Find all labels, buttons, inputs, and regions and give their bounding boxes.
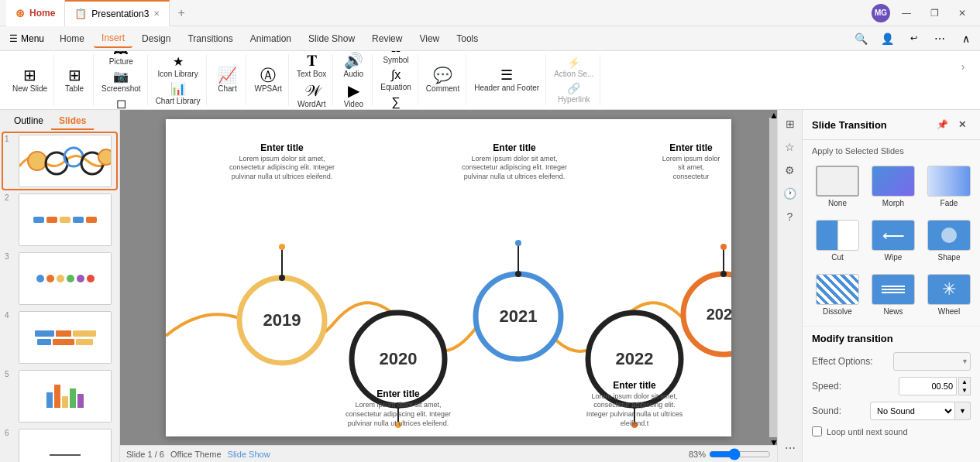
menu-insert[interactable]: Insert xyxy=(94,29,132,48)
transition-news[interactable]: News xyxy=(868,270,919,320)
maximize-btn[interactable]: ❐ xyxy=(923,3,946,23)
sound-dropdown-btn[interactable]: ▼ xyxy=(955,402,971,420)
side-tool-question[interactable]: ? xyxy=(779,206,801,228)
panel-title: Slide Transition xyxy=(812,119,887,131)
hamburger-menu[interactable]: ☰ Menu xyxy=(3,30,50,47)
more-options-btn[interactable]: ⋯ xyxy=(929,28,951,50)
slide-thumb-3[interactable]: 3 xyxy=(3,251,116,306)
home-tab-label: Home xyxy=(29,8,55,19)
icon-library-btn[interactable]: ★ Icon Library xyxy=(154,54,201,80)
pin-panel-btn[interactable]: 📌 xyxy=(934,116,951,133)
latex-btn[interactable]: ∑ LaTeX xyxy=(380,94,411,110)
media-group: 🔊 Audio ▶ Video xyxy=(335,54,373,106)
transition-morph[interactable]: Morph xyxy=(868,162,919,211)
library-group: ★ Icon Library 📊 Chart Library xyxy=(150,54,208,106)
menu-view[interactable]: View xyxy=(411,30,447,47)
vertical-scrollbar[interactable]: ▲ ▼ xyxy=(769,110,777,445)
action-se-btn[interactable]: ⚡ Action Se... xyxy=(551,56,597,80)
speed-down-btn[interactable]: ▼ xyxy=(959,386,970,395)
symbol-btn[interactable]: Ω Symbol xyxy=(380,51,411,66)
slides-tab[interactable]: Slides xyxy=(51,113,94,130)
slide-thumb-6[interactable]: 6 xyxy=(3,427,116,462)
transition-fade[interactable]: Fade xyxy=(923,162,975,211)
text-box-btn[interactable]: 𝐓 Text Box xyxy=(294,51,329,80)
speed-input[interactable]: 00.50 xyxy=(899,377,957,395)
svg-point-23 xyxy=(720,244,727,250)
chart-library-btn[interactable]: 📊 Chart Library xyxy=(153,81,204,107)
slide-thumb-4[interactable]: 4 xyxy=(3,310,116,365)
outline-tab[interactable]: Outline xyxy=(6,113,51,130)
loop-row: Loop until next sound xyxy=(812,426,971,436)
transition-none[interactable]: None xyxy=(812,162,863,211)
slide-show-label[interactable]: Slide Show xyxy=(228,450,270,459)
wps-icon: ⊛ xyxy=(15,7,25,19)
sound-select[interactable]: No Sound xyxy=(870,402,955,420)
panel-header: Slide Transition 📌 ✕ xyxy=(803,110,980,140)
menu-tools[interactable]: Tools xyxy=(449,30,486,47)
collapse-ribbon-btn[interactable]: ∧ xyxy=(955,28,977,50)
video-icon: ▶ xyxy=(348,83,359,98)
hyperlink-btn[interactable]: 🔗 Hyperlink xyxy=(555,81,593,105)
equation-btn[interactable]: ∫x Equation xyxy=(377,67,414,93)
speed-spinner[interactable]: ▲ ▼ xyxy=(958,377,971,395)
side-tool-dots[interactable]: ⋯ xyxy=(779,437,801,459)
menu-label: Menu xyxy=(21,33,44,44)
table-btn[interactable]: ⊞ Table xyxy=(59,66,90,94)
slide-thumb-2[interactable]: 2 xyxy=(3,192,116,248)
chart-btn[interactable]: 📈 Chart xyxy=(211,66,242,94)
wpsart-label: WPSArt xyxy=(254,84,282,93)
scroll-up-btn[interactable]: ▲ xyxy=(769,110,777,118)
video-btn[interactable]: ▶ Video xyxy=(338,81,369,110)
side-tools: ⊞ ☆ ⚙ 🕐 ? ⋯ xyxy=(777,110,802,462)
wpsart-btn[interactable]: Ⓐ WPSArt xyxy=(251,66,285,94)
home-tab[interactable]: ⊛ Home xyxy=(6,0,65,26)
menu-transitions[interactable]: Transitions xyxy=(180,30,240,47)
tab-close-btn[interactable]: ✕ xyxy=(153,9,160,18)
zoom-slider[interactable] xyxy=(709,450,771,459)
svg-point-17 xyxy=(279,244,285,250)
close-panel-btn[interactable]: ✕ xyxy=(954,116,971,133)
desc-2021: Lorem ipsum dolor sit amet, consectetur … xyxy=(456,155,573,182)
side-tool-filter[interactable]: ⚙ xyxy=(779,159,801,181)
header-footer-btn[interactable]: ☰ Header and Footer xyxy=(471,67,542,94)
loop-checkbox[interactable] xyxy=(812,426,822,436)
canvas-top: 2019 2020 2021 2022 2023 xyxy=(120,110,777,445)
side-tool-clock[interactable]: 🕐 xyxy=(779,183,801,204)
menu-home[interactable]: Home xyxy=(52,30,92,47)
picture-btn[interactable]: 🖼 Picture xyxy=(105,51,136,67)
menu-review[interactable]: Review xyxy=(364,30,410,47)
screenshot-btn[interactable]: 📷 Screenshot xyxy=(98,69,144,94)
new-tab-btn[interactable]: + xyxy=(170,6,192,20)
sound-label: Sound: xyxy=(812,406,841,416)
transition-shape[interactable]: Shape xyxy=(923,216,975,265)
minimize-btn[interactable]: — xyxy=(895,3,918,23)
transition-cut[interactable]: Cut xyxy=(812,216,863,265)
new-slide-btn[interactable]: ⊞ New Slide xyxy=(9,66,50,94)
side-tool-1[interactable]: ⊞ xyxy=(779,113,801,135)
close-btn[interactable]: ✕ xyxy=(951,3,974,23)
slide-num-3: 3 xyxy=(5,252,15,261)
slide-thumb-1[interactable]: 1 xyxy=(3,133,116,189)
menu-slideshow[interactable]: Slide Show xyxy=(301,30,363,47)
search-btn[interactable]: 🔍 xyxy=(850,28,872,50)
svg-point-4 xyxy=(98,149,111,165)
presentation-tab[interactable]: 📋 Presentation3 ✕ xyxy=(65,0,170,26)
wordart-btn[interactable]: 𝒲 WordArt xyxy=(294,81,329,110)
expand-ribbon-btn[interactable]: › xyxy=(952,56,974,77)
speed-up-btn[interactable]: ▲ xyxy=(959,378,970,386)
transition-wipe[interactable]: ⟵ Wipe xyxy=(868,216,919,265)
shapes-btn[interactable]: ◻ Shapes xyxy=(105,96,137,110)
wordart-label: WordArt xyxy=(297,100,326,108)
share-btn[interactable]: 👤 xyxy=(876,28,898,50)
side-tool-star[interactable]: ☆ xyxy=(779,136,801,158)
menu-animation[interactable]: Animation xyxy=(242,30,299,47)
transition-dissolve[interactable]: Dissolve xyxy=(812,270,863,320)
audio-btn[interactable]: 🔊 Audio xyxy=(338,51,369,80)
undo-btn[interactable]: ↩ xyxy=(903,28,924,50)
comment-btn[interactable]: 💬 Comment xyxy=(423,66,462,94)
scroll-down-btn[interactable]: ▼ xyxy=(769,437,777,445)
transition-wheel[interactable]: ✳ Wheel xyxy=(923,270,975,320)
menu-design[interactable]: Design xyxy=(134,30,178,47)
slide-canvas[interactable]: 2019 2020 2021 2022 2023 xyxy=(166,119,731,436)
slide-thumb-5[interactable]: 5 xyxy=(3,368,116,424)
